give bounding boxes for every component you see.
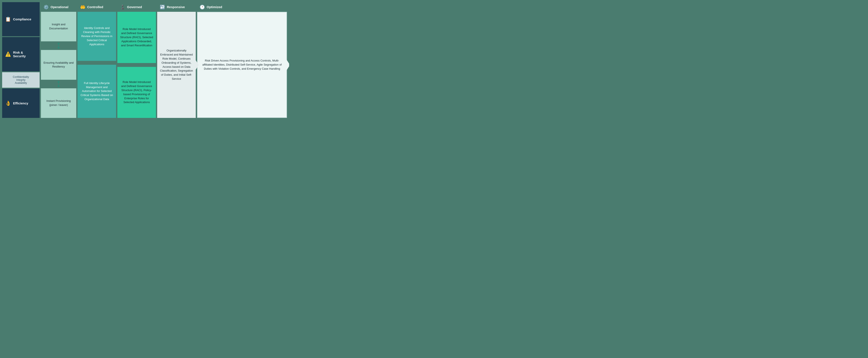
controlled-header: 🤲 Controlled: [78, 2, 116, 12]
operational-column: ⚙️ Operational Insight and Documentation…: [41, 2, 76, 118]
operational-icon: ⚙️: [43, 4, 49, 10]
optimized-content: Risk Driven Access Provisioning and Acce…: [197, 12, 287, 118]
op-connector-2: [41, 81, 76, 87]
sidebar: 📋 Compliance ⚠️ Risk & Security Confiden…: [2, 2, 40, 118]
governed-header: ♟️ Governed: [117, 2, 156, 12]
opt-cell-1: Risk Driven Access Provisioning and Acce…: [197, 12, 287, 118]
op-cell-2: Ensuring Availability and Resiliency: [41, 50, 76, 80]
optimized-title: Optimized: [207, 5, 222, 9]
op-cell-3: Instant Provisioning (joiner / leaver): [41, 88, 76, 118]
risk-label: Risk & Security: [13, 51, 37, 58]
sidebar-item-compliance: 📋 Compliance: [2, 2, 40, 36]
op-connector-1: [41, 43, 76, 49]
responsive-column: ↩️ Responsive Organizationally Embraced …: [157, 2, 196, 118]
gov-cell-2: Role Model Introduced and Defined Govern…: [117, 67, 156, 118]
cia-text: ConfidentialityIntegrityAvailability: [13, 76, 29, 84]
gov-gap: [117, 64, 156, 65]
operational-content: Insight and Documentation Ensuring Avail…: [41, 12, 76, 118]
controlled-content: Identity Controls and Cleaning with Peri…: [78, 12, 116, 118]
operational-header: ⚙️ Operational: [41, 2, 76, 12]
cia-sub: ConfidentialityIntegrityAvailability: [2, 72, 40, 88]
governed-column: ♟️ Governed Role Model Introduced and De…: [117, 2, 156, 118]
efficiency-icon: 👌: [5, 101, 11, 106]
optimized-column: 🕐 Optimized Risk Driven Access Provision…: [197, 2, 287, 118]
operational-title: Operational: [51, 5, 68, 9]
controlled-column: 🤲 Controlled Identity Controls and Clean…: [78, 2, 116, 118]
governed-content: Role Model Introduced and Defined Govern…: [117, 12, 156, 118]
gov-cell-1: Role Model Introduced and Defined Govern…: [117, 12, 156, 63]
efficiency-label: Efficiency: [13, 102, 28, 105]
ctrl-cell-2: Full Identity Lifecycle Management and A…: [78, 65, 116, 118]
resp-cell-1: Organizationally Embraced and Maintained…: [157, 12, 196, 118]
controlled-icon: 🤲: [80, 4, 86, 10]
ctrl-cell-1: Identity Controls and Cleaning with Peri…: [78, 12, 116, 61]
responsive-icon: ↩️: [160, 4, 165, 10]
controlled-title: Controlled: [87, 5, 103, 9]
responsive-content: Organizationally Embraced and Maintained…: [157, 12, 196, 118]
main-container: 📋 Compliance ⚠️ Risk & Security Confiden…: [0, 0, 289, 120]
risk-icon: ⚠️: [5, 51, 11, 57]
op-cell-1: Insight and Documentation: [41, 12, 76, 42]
governed-title: Governed: [127, 5, 142, 9]
sidebar-item-risk: ⚠️ Risk & Security: [2, 37, 40, 71]
governed-icon: ♟️: [120, 4, 125, 10]
sidebar-item-efficiency: 👌 Efficiency: [2, 88, 40, 118]
responsive-header: ↩️ Responsive: [157, 2, 196, 12]
optimized-header: 🕐 Optimized: [197, 2, 287, 12]
optimized-icon: 🕐: [199, 4, 205, 10]
compliance-label: Compliance: [13, 17, 31, 21]
ctrl-gap: [78, 62, 116, 63]
columns-area: ⚙️ Operational Insight and Documentation…: [41, 2, 287, 118]
compliance-icon: 📋: [5, 17, 11, 22]
responsive-title: Responsive: [167, 5, 185, 9]
